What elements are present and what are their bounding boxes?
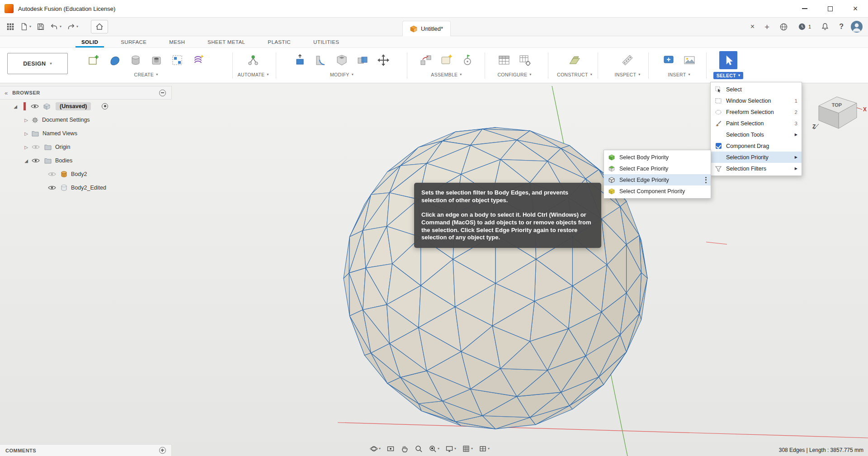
menu-item-selection-tools[interactable]: Selection Tools ▶ [711, 129, 802, 140]
menu-item-window-selection[interactable]: Window Selection 1 [711, 95, 802, 106]
tab-sheet-metal[interactable]: SHEET METAL [196, 36, 256, 48]
comments-bar[interactable]: COMMENTS [0, 444, 172, 456]
joint-origin-button[interactable] [458, 51, 476, 69]
inspect-group-dropdown[interactable]: INSPECT ▾ [615, 72, 641, 77]
menu-item-selection-filters[interactable]: Selection Filters ▶ [711, 163, 802, 174]
insert-group-dropdown[interactable]: INSERT ▾ [668, 72, 690, 77]
visibility-eye-icon[interactable] [48, 185, 56, 190]
document-tab[interactable]: Untitled* [402, 21, 451, 36]
construct-group-dropdown[interactable]: CONSTRUCT ▾ [557, 72, 592, 77]
menu-item-selection-priority[interactable]: Selection Priority ▶ [711, 152, 802, 163]
browser-item-bodies[interactable]: ◢ Bodies [0, 154, 172, 167]
insert-image-button[interactable] [680, 51, 698, 69]
assemble-group-dropdown[interactable]: ASSEMBLE ▾ [431, 72, 462, 77]
orbit-button[interactable]: ▾ [370, 445, 381, 453]
new-component-button[interactable] [438, 51, 456, 69]
app-grid-button[interactable] [4, 20, 17, 33]
maximize-button[interactable] [817, 0, 843, 17]
visibility-eye-off-icon[interactable] [32, 144, 40, 150]
viewports-button[interactable]: ▾ [479, 445, 490, 453]
menu-item-select-face-priority[interactable]: Select Face Priority [604, 163, 711, 174]
add-comment-icon[interactable] [159, 447, 166, 454]
zoom-button[interactable] [415, 445, 423, 453]
menu-item-freeform-selection[interactable]: Freeform Selection 2 [711, 106, 802, 118]
configure-group-dropdown[interactable]: CONFIGURE ▾ [497, 72, 531, 77]
modify-group-dropdown[interactable]: MODIFY ▾ [330, 72, 354, 77]
menu-item-select[interactable]: Select [711, 84, 802, 95]
measure-button[interactable] [618, 51, 637, 69]
automate-group-dropdown[interactable]: AUTOMATE ▾ [237, 72, 269, 77]
fit-button[interactable]: ▾ [429, 445, 439, 453]
job-status-button[interactable]: 1 [795, 20, 814, 33]
visibility-eye-off-icon[interactable] [48, 171, 56, 177]
expanded-triangle-icon[interactable]: ◢ [23, 158, 30, 163]
display-settings-button[interactable]: ▾ [445, 445, 456, 453]
browser-item-origin[interactable]: ▷ Origin [0, 140, 172, 154]
workspace-selector[interactable]: DESIGN ▾ [7, 53, 68, 74]
construct-plane-button[interactable] [566, 51, 584, 69]
tab-utilities[interactable]: UTILITIES [302, 36, 350, 48]
hole-button[interactable] [147, 51, 165, 69]
create-group-dropdown[interactable]: CREATE ▾ [134, 72, 158, 77]
press-pull-button[interactable] [291, 51, 309, 69]
browser-item-unsaved[interactable]: ◢ (Unsaved) [0, 100, 172, 113]
extensions-button[interactable] [777, 20, 791, 33]
active-component-radio[interactable] [102, 103, 108, 109]
insert-derive-button[interactable] [660, 51, 678, 69]
automate-button[interactable] [244, 51, 262, 69]
visibility-eye-icon[interactable] [31, 104, 39, 109]
browser-item-body2-edited[interactable]: Body2_Edited [0, 181, 172, 195]
tab-plastic[interactable]: PLASTIC [256, 36, 302, 48]
create-sketch-button[interactable] [85, 51, 103, 69]
close-document-button[interactable]: × [748, 20, 757, 33]
shell-button[interactable] [333, 51, 351, 69]
pan-button[interactable] [401, 445, 409, 453]
file-menu-button[interactable]: ▾ [17, 20, 34, 33]
configuration-table-button[interactable] [495, 51, 513, 69]
close-window-button[interactable]: × [843, 0, 868, 17]
new-document-button[interactable]: + [762, 20, 772, 33]
expanded-triangle-icon[interactable]: ◢ [12, 104, 19, 109]
menu-item-select-edge-priority[interactable]: Select Edge Priority [604, 174, 711, 185]
save-button[interactable] [34, 20, 47, 33]
collapse-tree-icon[interactable] [159, 90, 166, 96]
home-view-button[interactable] [91, 20, 108, 33]
minimize-button[interactable] [792, 0, 817, 17]
move-button[interactable] [374, 51, 392, 69]
grid-settings-button[interactable]: ▾ [462, 445, 473, 453]
menu-item-paint-selection[interactable]: Paint Selection 3 [711, 118, 802, 129]
tab-mesh[interactable]: MESH [158, 36, 196, 48]
fillet-button[interactable] [312, 51, 330, 69]
revolve-button[interactable] [127, 51, 145, 69]
configure-features-button[interactable] [516, 51, 534, 69]
chevron-down-icon: ▾ [76, 25, 78, 28]
view-cube[interactable]: TOP X Z [811, 89, 867, 134]
notifications-button[interactable] [818, 20, 832, 33]
collapsed-triangle-icon[interactable]: ▷ [23, 145, 30, 150]
menu-item-component-drag[interactable]: Component Drag [711, 140, 802, 152]
help-button[interactable]: ? [836, 20, 846, 33]
coil-button[interactable] [189, 51, 207, 69]
browser-item-body2[interactable]: Body2 [0, 167, 172, 181]
tab-solid[interactable]: SOLID [70, 36, 109, 48]
tab-surface[interactable]: SURFACE [109, 36, 158, 48]
browser-item-document-settings[interactable]: ▷ Document Settings [0, 113, 172, 127]
user-avatar[interactable] [851, 21, 863, 33]
pattern-button[interactable] [168, 51, 186, 69]
collapsed-triangle-icon[interactable]: ▷ [23, 131, 30, 136]
create-form-button[interactable] [106, 51, 124, 69]
collapsed-triangle-icon[interactable]: ▷ [23, 118, 30, 123]
select-tool-button[interactable] [719, 51, 737, 69]
menu-item-select-component-priority[interactable]: Select Component Priority [604, 185, 711, 197]
look-at-button[interactable] [387, 445, 395, 453]
select-group-dropdown[interactable]: SELECT ▾ [713, 72, 744, 79]
combine-button[interactable] [354, 51, 372, 69]
redo-button[interactable]: ▾ [64, 20, 81, 33]
browser-item-named-views[interactable]: ▷ Named Views [0, 127, 172, 140]
collapse-panel-icon[interactable]: « [5, 90, 8, 96]
visibility-eye-icon[interactable] [32, 158, 40, 163]
menu-item-select-body-priority[interactable]: Select Body Priority [604, 152, 711, 163]
joint-button[interactable] [417, 51, 435, 69]
more-options-icon[interactable] [705, 177, 707, 183]
undo-button[interactable]: ▾ [47, 20, 64, 33]
